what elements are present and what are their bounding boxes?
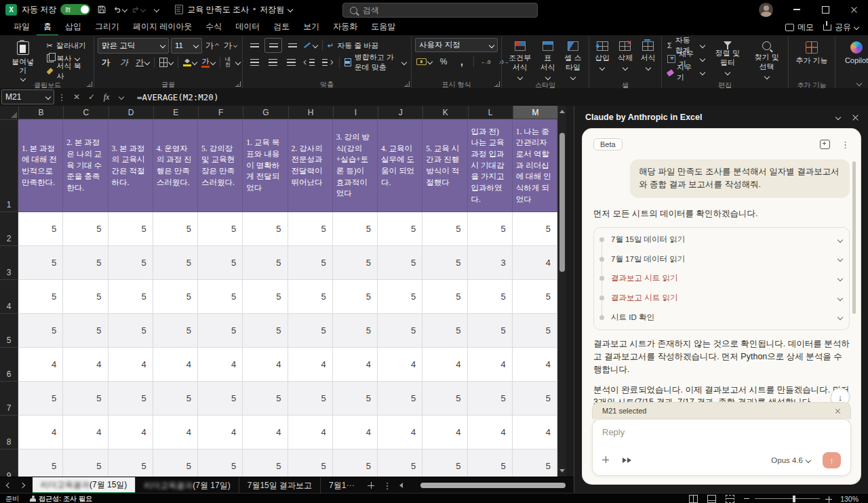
question-cell-C[interactable]: 2. 본 과정은 나의 교육 기대 수준을 충족한다. — [63, 119, 108, 212]
font-dialog-launcher[interactable] — [235, 81, 241, 87]
redo-dropdown-chevron[interactable] — [140, 7, 146, 12]
send-button[interactable]: ↑ — [823, 452, 841, 468]
close-button[interactable] — [840, 0, 868, 19]
font-color-button[interactable]: 가 — [200, 56, 216, 69]
cell-C2[interactable]: 5 — [63, 212, 108, 246]
cell-I6[interactable]: 4 — [333, 348, 378, 382]
prev-sheet-arrow[interactable] — [6, 483, 12, 488]
row-header-6[interactable]: 6 — [0, 348, 18, 382]
maximize-button[interactable] — [811, 0, 840, 19]
scroll-down-arrow[interactable] — [559, 469, 565, 472]
quick-access-customize-icon[interactable] — [150, 2, 163, 17]
pane-collapse-chevron[interactable] — [835, 115, 841, 120]
cell-L4[interactable]: 5 — [468, 280, 513, 314]
step-expand-chevron[interactable] — [837, 295, 843, 300]
cell-J2[interactable]: 5 — [378, 212, 422, 246]
row-header-5[interactable]: 5 — [0, 314, 18, 348]
column-header-E[interactable]: E — [154, 106, 199, 119]
underline-button[interactable]: 간 — [134, 56, 151, 69]
row-header-7[interactable]: 7 — [0, 382, 18, 416]
cell-D5[interactable]: 5 — [108, 314, 153, 348]
insert-cells-button[interactable]: 삽입 — [593, 38, 611, 81]
cell-C9[interactable]: 5 — [63, 449, 108, 477]
wrap-text-button[interactable]: ↵자동 줄 바꿈 — [326, 39, 380, 52]
clipboard-dialog-launcher[interactable] — [87, 81, 92, 87]
cell-M3[interactable]: 4 — [513, 246, 557, 280]
cell-K8[interactable]: 4 — [422, 416, 467, 449]
italic-button[interactable]: 가 — [116, 56, 132, 69]
cell-K9[interactable]: 5 — [422, 449, 467, 477]
fill-color-button[interactable] — [182, 56, 198, 69]
cell-H8[interactable]: 4 — [288, 416, 333, 449]
align-left-button[interactable] — [246, 56, 262, 69]
tool-step-5[interactable]: 시트 ID 확인 — [599, 308, 842, 327]
hscroll-left-arrow[interactable] — [399, 483, 403, 488]
cell-E4[interactable]: 5 — [153, 280, 198, 314]
cell-K4[interactable]: 5 — [422, 280, 467, 314]
skip-icon[interactable] — [623, 458, 631, 463]
cell-F3[interactable]: 5 — [198, 246, 243, 280]
formula-bar-chevron[interactable] — [114, 90, 129, 104]
autosave-toggle[interactable]: 켬 — [60, 4, 90, 15]
cell-M7[interactable]: 5 — [513, 382, 557, 416]
shrink-font-button[interactable]: 가 — [222, 39, 239, 52]
cell-G6[interactable]: 4 — [243, 348, 288, 382]
align-top-button[interactable] — [246, 39, 262, 52]
cell-E5[interactable]: 5 — [153, 314, 198, 348]
cell-E3[interactable]: 5 — [153, 246, 198, 280]
cell-D2[interactable]: 5 — [108, 212, 153, 246]
cell-F9[interactable]: 5 — [198, 449, 243, 477]
cell-B7[interactable]: 5 — [18, 382, 63, 416]
user-avatar[interactable] — [759, 3, 773, 17]
attach-icon[interactable] — [602, 456, 610, 464]
copilot-button[interactable]: Copilot — [842, 38, 868, 81]
borders-button[interactable] — [158, 56, 174, 69]
minimize-button[interactable] — [783, 0, 811, 19]
save-icon[interactable] — [95, 2, 108, 17]
paste-button[interactable]: 붙여넣기 — [5, 38, 41, 81]
column-header-J[interactable]: J — [378, 106, 423, 119]
column-header-H[interactable]: H — [289, 106, 334, 119]
cell-I5[interactable]: 5 — [333, 314, 378, 348]
cell-D3[interactable]: 5 — [108, 246, 153, 280]
step-expand-chevron[interactable] — [837, 237, 843, 243]
cell-I9[interactable]: 5 — [333, 449, 378, 477]
cell-J3[interactable]: 5 — [378, 246, 422, 280]
cell-F6[interactable]: 4 — [198, 348, 243, 382]
cell-L5[interactable]: 5 — [468, 314, 513, 348]
pane-menu-icon[interactable]: ⋮ — [841, 140, 850, 149]
grow-font-button[interactable]: 가 — [204, 39, 220, 52]
cell-G3[interactable]: 5 — [243, 246, 288, 280]
cell-H4[interactable]: 5 — [288, 280, 333, 314]
vertical-scroll-thumb[interactable] — [559, 133, 565, 272]
step-expand-chevron[interactable] — [837, 256, 843, 262]
scroll-up-arrow[interactable] — [559, 110, 565, 113]
cell-C7[interactable]: 5 — [63, 382, 108, 416]
cell-L9[interactable]: 5 — [468, 449, 513, 477]
cell-K7[interactable]: 5 — [422, 382, 467, 416]
cell-J9[interactable]: 5 — [378, 449, 422, 477]
cell-H6[interactable]: 4 — [288, 348, 333, 382]
cell-E9[interactable]: 5 — [153, 449, 198, 477]
find-select-button[interactable]: 찾기 및 선택 — [749, 38, 785, 81]
cell-G4[interactable]: 5 — [243, 280, 288, 314]
menu-tab-3[interactable]: 그리기 — [88, 19, 126, 36]
question-cell-J[interactable]: 4. 교육이 실무에 도움이 되었다. — [378, 119, 422, 212]
cell-H7[interactable]: 5 — [288, 382, 333, 416]
sheet-tab-2[interactable]: 리더교육결과(7월 17일) — [135, 477, 238, 494]
autosave-control[interactable]: 자동 저장 켬 — [22, 4, 90, 16]
cell-H9[interactable]: 5 — [288, 449, 333, 477]
cell-M8[interactable]: 4 — [513, 416, 557, 449]
cell-styles-button[interactable]: 셀 스타일 — [561, 38, 585, 81]
question-cell-K[interactable]: 5. 교육 시간과 진행 방식이 적절했다 — [422, 119, 467, 212]
cell-B4[interactable]: 5 — [18, 280, 63, 314]
page-layout-view-button[interactable] — [707, 495, 716, 503]
cell-E6[interactable]: 4 — [153, 348, 198, 382]
cell-L6[interactable]: 4 — [468, 348, 513, 382]
row-header-8[interactable]: 8 — [0, 416, 18, 449]
cell-J4[interactable]: 5 — [378, 280, 422, 314]
title-dropdown-chevron[interactable] — [288, 7, 293, 12]
cell-C3[interactable]: 5 — [63, 246, 108, 280]
zoom-level[interactable]: 130% — [840, 495, 859, 503]
search-input[interactable]: 검색 — [342, 3, 538, 18]
